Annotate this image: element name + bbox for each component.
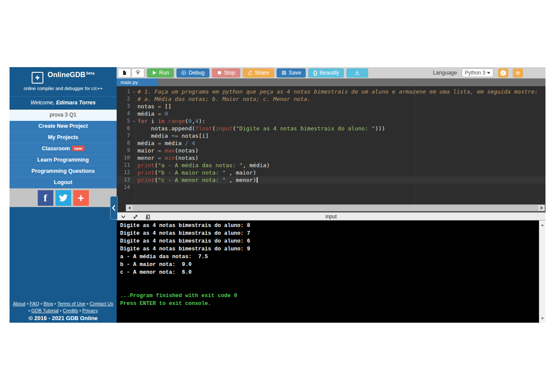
language-label: Language	[433, 70, 457, 76]
footer-link[interactable]: Privacy	[82, 308, 98, 313]
code-line[interactable]: # 1. Faça um programa em python que peça…	[137, 88, 545, 95]
footer-link[interactable]: Contact Us	[90, 301, 113, 306]
code-line[interactable]: print("c - A menor nota: " , menor)	[137, 176, 545, 184]
sidebar-item-classroom[interactable]: Classroomnew	[10, 143, 117, 155]
save-button[interactable]: Save	[277, 68, 306, 78]
horizontal-scroll-thumb[interactable]	[133, 205, 538, 211]
twitter-icon[interactable]	[56, 190, 71, 206]
info-button[interactable]: i	[498, 68, 508, 78]
sidebar: OnlineGDBbeta online compiler and debugg…	[10, 67, 117, 323]
settings-button[interactable]	[513, 68, 523, 78]
footer-link[interactable]: Blog	[43, 301, 53, 306]
footer-link[interactable]: Terms of Use	[57, 301, 85, 306]
run-button[interactable]: Run	[147, 68, 174, 78]
scroll-left-arrow[interactable]	[126, 205, 132, 211]
chevron-left-icon	[112, 205, 116, 211]
code-line[interactable]: menor = min(notas)	[137, 154, 545, 162]
user-name: Edimara Torres	[56, 100, 95, 106]
sidebar-item-my-projects[interactable]: My Projects	[10, 132, 117, 143]
code-line[interactable]: print("b - A maior nota: " , maior)	[137, 169, 545, 176]
sidebar-menu: prova 3 Q1 Create New Project My Project…	[10, 110, 117, 188]
code-line[interactable]: # a. Média das notas; b. Maior nota; c. …	[137, 95, 545, 103]
sidebar-item-create-new-project[interactable]: Create New Project	[10, 121, 117, 132]
code-editor[interactable]: 1▾2345▾67891011121314 # 1. Faça um progr…	[117, 86, 545, 204]
console-line: ...Program finished with exit code 0	[120, 293, 535, 301]
welcome-prefix: Welcome,	[30, 100, 56, 106]
code-line[interactable]: média = 0	[137, 110, 545, 117]
beta-label: beta	[86, 71, 95, 75]
sidebar-header: OnlineGDBbeta online compiler and debugg…	[10, 67, 117, 96]
stop-button[interactable]: Stop	[212, 68, 240, 78]
line-number: 1▾	[117, 88, 136, 95]
collapse-console-icon[interactable]	[121, 214, 126, 219]
line-number: 12	[117, 169, 136, 176]
footer-link[interactable]: About	[13, 301, 26, 306]
bullet-separator: •	[53, 301, 57, 306]
bullet-separator: •	[28, 308, 31, 313]
console-line: Digite as 4 notas bimestrais do aluno: 7	[120, 230, 535, 238]
console-scrollbar[interactable]	[539, 220, 545, 323]
tab-bar: main.py	[117, 78, 545, 86]
app-subtitle: online compiler and debugger for c/c++	[10, 86, 117, 91]
save-icon	[281, 70, 287, 75]
sidebar-item-logout[interactable]: Logout	[10, 177, 117, 188]
app-title: OnlineGDB	[48, 71, 85, 78]
code-line[interactable]: notas = []	[137, 103, 545, 110]
code-line[interactable]: média = média / 4	[137, 139, 545, 147]
sidebar-lower: About • FAQ • Blog • Terms of Use • Cont…	[10, 207, 117, 323]
line-number: 3	[117, 103, 136, 110]
code-line[interactable]: média += notas[i]	[137, 132, 545, 139]
bullet-separator: •	[85, 301, 90, 306]
bullet-separator: •	[59, 308, 63, 313]
footer-link[interactable]: GDB Tutorial	[31, 308, 59, 313]
console-line	[120, 277, 535, 285]
google-plus-icon[interactable]: +	[73, 190, 89, 206]
facebook-icon[interactable]: f	[38, 190, 53, 206]
stop-icon	[217, 70, 222, 75]
tab-main-py[interactable]: main.py	[117, 78, 158, 86]
code-line[interactable]: maior = max(notas)	[137, 147, 545, 154]
line-number: 4	[117, 110, 136, 117]
toolbar: Run Debug Stop Share Save {} Beautify	[117, 67, 545, 78]
scroll-right-arrow[interactable]	[539, 205, 545, 211]
sidebar-item-project-prova-3-q1[interactable]: prova 3 Q1	[10, 110, 117, 121]
share-button[interactable]: Share	[243, 68, 274, 78]
line-number: 14	[117, 184, 136, 191]
horizontal-scrollbar[interactable]	[126, 204, 545, 211]
download-button[interactable]	[346, 68, 368, 78]
footer-link[interactable]: FAQ	[29, 301, 39, 306]
language-value: Python 3	[465, 70, 485, 76]
footer-link[interactable]: Credits	[63, 308, 78, 313]
upload-button[interactable]	[131, 68, 144, 78]
code-line[interactable]: notas.append(float(input("Digite as 4 no…	[137, 125, 545, 132]
copyright: © 2016 - 2021 GDB Online	[10, 315, 117, 321]
line-number: 9	[117, 147, 136, 154]
code-line[interactable]: print("a - A média das notas: ", média)	[137, 162, 545, 169]
upload-icon	[135, 70, 140, 75]
language-select[interactable]: Python 3	[462, 68, 493, 77]
footer-links-row1: About • FAQ • Blog • Terms of Use • Cont…	[10, 300, 117, 307]
debug-button[interactable]: Debug	[176, 68, 209, 78]
sidebar-item-programming-questions[interactable]: Programming Questions	[10, 166, 117, 177]
bullet-separator: •	[78, 308, 82, 313]
fold-icon[interactable]: ▾	[133, 118, 135, 125]
expand-console-icon[interactable]	[133, 214, 138, 219]
scroll-down-arrow[interactable]	[539, 315, 545, 321]
new-badge: new	[72, 146, 84, 151]
braces-icon: {}	[313, 70, 317, 76]
console-output[interactable]: Digite as 4 notas bimestrais do aluno: 8…	[117, 220, 545, 323]
beautify-button[interactable]: {} Beautify	[308, 68, 344, 78]
code-line[interactable]	[137, 184, 545, 191]
code-line[interactable]: for i in range(0,4):	[137, 117, 545, 125]
scroll-up-arrow[interactable]	[539, 222, 545, 228]
gear-icon	[515, 70, 521, 76]
sidebar-collapse-button[interactable]	[110, 196, 118, 220]
footer-links-row2: • GDB Tutorial • Credits • Privacy	[10, 307, 117, 314]
sidebar-item-learn-programming[interactable]: Learn Programming	[10, 155, 117, 166]
open-new-window-icon[interactable]	[145, 214, 150, 219]
new-file-button[interactable]	[118, 68, 131, 78]
main-panel: Run Debug Stop Share Save {} Beautify	[117, 67, 545, 323]
fold-icon[interactable]: ▾	[133, 88, 135, 96]
text-cursor	[257, 177, 258, 183]
gutter-divider	[136, 86, 136, 204]
